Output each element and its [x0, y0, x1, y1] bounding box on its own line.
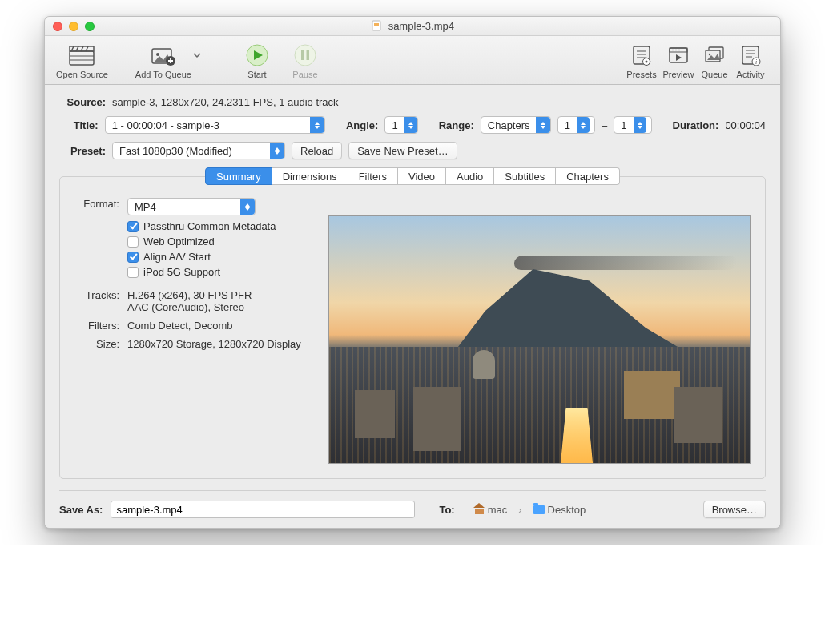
toolbar-label: Open Source	[56, 70, 108, 79]
range-to-value: 1	[614, 119, 633, 131]
activity-button[interactable]: i Activity	[732, 41, 769, 79]
angle-stepper[interactable]: 1	[384, 116, 417, 134]
toolbar-label: Start	[248, 70, 266, 79]
start-button[interactable]: Start	[233, 41, 281, 79]
preset-select[interactable]: Fast 1080p30 (Modified)	[112, 142, 285, 159]
range-type-value: Chapters	[481, 119, 536, 131]
stepper-cap-icon	[577, 117, 590, 133]
ipod-5g-support-checkbox[interactable]	[127, 267, 139, 278]
range-from-stepper[interactable]: 1	[557, 116, 595, 134]
toolbar-label: Pause	[292, 70, 317, 79]
path-home-label: mac	[488, 504, 508, 516]
titlebar: sample-3.mp4	[45, 17, 780, 36]
toolbar-label: Preview	[662, 70, 694, 79]
svg-point-16	[295, 45, 316, 66]
tab-label: Chapters	[566, 171, 609, 183]
checkbox-label: Web Optimized	[143, 235, 215, 248]
saveas-input[interactable]	[111, 501, 415, 518]
format-value: MP4	[128, 201, 240, 213]
svg-point-11	[156, 53, 159, 56]
svg-rect-2	[70, 51, 94, 65]
tab-summary[interactable]: Summary	[205, 167, 272, 185]
button-label: Save New Preset…	[357, 145, 448, 157]
svg-text:i: i	[755, 58, 757, 66]
queue-button[interactable]: Queue	[697, 41, 732, 79]
add-to-queue-dropdown-arrow[interactable]	[193, 52, 201, 79]
home-icon	[474, 505, 485, 514]
bottom-bar: Save As: To: mac › Desktop Browse…	[59, 490, 766, 518]
preset-value: Fast 1080p30 (Modified)	[113, 145, 270, 157]
save-new-preset-button[interactable]: Save New Preset…	[348, 142, 457, 159]
format-label: Format:	[74, 198, 119, 210]
format-select[interactable]: MP4	[127, 198, 256, 215]
stepper-cap-icon	[404, 117, 417, 133]
range-label: Range:	[439, 119, 474, 131]
tracks-line: H.264 (x264), 30 FPS PFR	[127, 289, 252, 301]
clapperboard-icon	[68, 41, 95, 70]
to-label: To:	[439, 504, 454, 516]
app-window: sample-3.mp4 Open Sou	[44, 16, 781, 529]
preview-icon	[667, 41, 690, 70]
checkbox-label: iPod 5G Support	[143, 266, 220, 278]
checkbox-label: Align A/V Start	[143, 251, 211, 263]
tab-subtitles[interactable]: Subtitles	[494, 167, 556, 185]
tracks-line: AAC (CoreAudio), Stereo	[127, 301, 252, 313]
tracks-label: Tracks:	[74, 289, 119, 301]
window-title: sample-3.mp4	[388, 20, 454, 32]
path-home[interactable]: mac	[474, 504, 508, 516]
source-label: Source:	[59, 96, 106, 108]
dropdown-cap-icon	[240, 199, 255, 215]
presets-button[interactable]: Presets	[623, 41, 660, 79]
chevron-right-icon: ›	[518, 504, 521, 516]
path-destination[interactable]: Desktop	[533, 504, 586, 516]
open-source-button[interactable]: Open Source	[56, 41, 108, 79]
close-window-button[interactable]	[53, 22, 62, 31]
range-from-value: 1	[558, 119, 577, 131]
tab-chapters[interactable]: Chapters	[556, 167, 620, 185]
source-value: sample-3, 1280x720, 24.2311 FPS, 1 audio…	[112, 96, 339, 108]
tab-label: Subtitles	[505, 171, 545, 183]
reload-preset-button[interactable]: Reload	[292, 142, 342, 159]
stepper-cap-icon	[634, 117, 646, 133]
add-to-queue-button[interactable]: Add To Queue	[135, 41, 191, 79]
zoom-window-button[interactable]	[85, 22, 95, 31]
pause-button: Pause	[281, 41, 329, 79]
content: Source: sample-3, 1280x720, 24.2311 FPS,…	[45, 85, 780, 528]
web-optimized-checkbox[interactable]	[127, 236, 139, 248]
title-select[interactable]: 1 - 00:00:04 - sample-3	[105, 116, 325, 134]
video-preview	[328, 215, 751, 464]
size-label: Size:	[74, 338, 119, 350]
dropdown-cap-icon	[310, 117, 324, 133]
tab-label: Dimensions	[283, 171, 337, 183]
tab-filters[interactable]: Filters	[348, 167, 398, 185]
film-plus-icon	[150, 41, 177, 70]
svg-point-27	[672, 50, 674, 51]
angle-label: Angle:	[346, 119, 378, 131]
minimize-window-button[interactable]	[69, 22, 78, 31]
browse-button[interactable]: Browse…	[703, 501, 766, 518]
align-av-start-checkbox[interactable]	[127, 252, 139, 263]
document-icon	[371, 20, 382, 31]
tab-bar: Summary Dimensions Filters Video Audio S…	[59, 167, 766, 185]
tab-label: Filters	[359, 171, 387, 183]
passthru-metadata-checkbox[interactable]	[127, 221, 139, 232]
checkbox-label: Passthru Common Metadata	[143, 220, 276, 232]
saveas-label: Save As:	[59, 504, 103, 516]
preview-button[interactable]: Preview	[660, 41, 697, 79]
filters-label: Filters:	[74, 320, 119, 332]
dropdown-cap-icon	[536, 117, 550, 133]
title-select-value: 1 - 00:00:04 - sample-3	[106, 119, 310, 131]
svg-rect-17	[301, 50, 304, 60]
preset-label: Preset:	[59, 145, 106, 157]
tab-dimensions[interactable]: Dimensions	[272, 167, 348, 185]
presets-icon	[631, 41, 652, 70]
toolbar-label: Add To Queue	[135, 70, 191, 79]
range-to-stepper[interactable]: 1	[614, 116, 651, 134]
path-dest-label: Desktop	[548, 504, 586, 516]
button-label: Browse…	[712, 504, 757, 516]
tab-audio[interactable]: Audio	[446, 167, 494, 185]
tab-video[interactable]: Video	[398, 167, 446, 185]
svg-rect-1	[374, 23, 379, 26]
tab-label: Summary	[216, 171, 261, 183]
range-type-select[interactable]: Chapters	[481, 116, 551, 134]
